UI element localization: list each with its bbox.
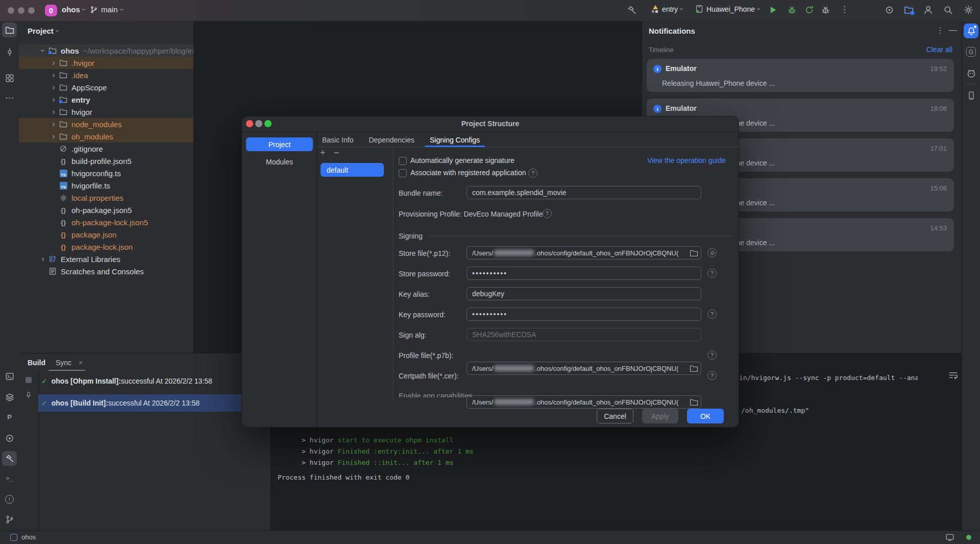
tab-basic-info[interactable]: Basic Info [321, 136, 354, 144]
stop-icon[interactable] [26, 377, 32, 383]
tree-row[interactable]: TS hvigorfile.ts [19, 179, 193, 192]
store-file-input[interactable]: /Users/.ohos/config/default_ohos_onFBNJO… [467, 246, 701, 259]
tree-row[interactable]: › .idea [19, 69, 193, 81]
close-tab-icon[interactable]: × [79, 359, 83, 367]
associate-application-checkbox[interactable] [399, 169, 407, 177]
key-password-input[interactable]: •••••••••• [467, 308, 701, 321]
status-project-name[interactable]: ohos [21, 533, 36, 541]
settings-gear-icon[interactable] [964, 5, 973, 15]
tree-row-ohos[interactable]: › ohos ~/workspace/happyphper/blog/examp… [19, 44, 193, 57]
minimize-panel-icon[interactable]: — [949, 26, 957, 35]
emulator-icon[interactable] [966, 68, 976, 79]
more-tools-icon[interactable]: ⋯ [2, 90, 17, 105]
build-tool-icon[interactable] [2, 451, 17, 466]
tree-row[interactable]: local.properties [19, 192, 193, 204]
signing-config-item-default[interactable]: default [321, 163, 384, 177]
tab-build[interactable]: Build [28, 359, 45, 367]
close-window-button[interactable] [8, 7, 14, 14]
add-config-button[interactable]: + [320, 148, 326, 158]
key-alias-input[interactable]: debugKey [467, 287, 701, 300]
tree-row[interactable]: › node_modules [19, 118, 193, 130]
module-status-icon [10, 534, 17, 541]
help-icon[interactable]: ? [707, 371, 717, 380]
tree-row[interactable]: › AppScope [19, 81, 193, 93]
clear-all-link[interactable]: Clear all [926, 45, 952, 54]
soft-wrap-icon[interactable] [948, 370, 958, 380]
tab-sync[interactable]: Sync × [56, 359, 83, 367]
browse-folder-icon[interactable] [690, 398, 698, 407]
restart-button[interactable] [804, 5, 814, 15]
dialog-nav-project[interactable]: Project [246, 137, 313, 151]
notification-card[interactable]: i Emulator 19:52 Releasing Huawei_Phone … [647, 59, 954, 92]
build-variants-tool-icon[interactable] [2, 390, 17, 405]
minimize-window-button[interactable] [18, 7, 24, 14]
more-actions-kebab-icon[interactable]: ⋮ [840, 4, 849, 15]
debug-button[interactable] [787, 5, 797, 15]
tab-signing-configs[interactable]: Signing Configs [429, 136, 481, 144]
services-tool-icon[interactable] [2, 369, 17, 384]
structure-tool-icon[interactable] [2, 70, 17, 85]
codegenie-icon[interactable]: G [966, 47, 976, 57]
help-icon[interactable]: ? [543, 209, 552, 218]
run-button[interactable] [768, 5, 778, 15]
run-configuration-selector[interactable]: entry › [651, 5, 683, 13]
problems-tool-icon[interactable]: ! [2, 492, 17, 507]
screencast-icon[interactable] [945, 533, 954, 542]
dialog-nav-modules[interactable]: Modules [242, 158, 317, 166]
run-tool-icon[interactable] [2, 431, 17, 445]
build-hammer-icon[interactable] [627, 5, 637, 15]
help-icon[interactable]: ? [707, 350, 717, 360]
store-password-input[interactable]: •••••••••• [467, 267, 701, 280]
tree-row[interactable]: › oh_modules [19, 130, 193, 143]
branch-selector[interactable]: main › [90, 5, 124, 14]
project-tool-icon[interactable] [2, 22, 17, 37]
tree-row[interactable]: {} package.json [19, 228, 193, 241]
remove-config-button[interactable]: − [334, 148, 339, 158]
tree-row[interactable]: .gitignore [19, 143, 193, 155]
project-view-selector[interactable]: Project › [28, 27, 59, 35]
project-view-icon[interactable] [904, 5, 914, 15]
help-icon[interactable]: ? [707, 269, 717, 278]
browse-folder-icon[interactable] [690, 364, 698, 373]
tree-row-entry[interactable]: › entry [19, 93, 193, 106]
bundle-name-input[interactable]: com.example.splendid_movie [467, 186, 701, 199]
help-icon[interactable]: ? [528, 169, 537, 178]
operation-guide-link[interactable]: View the operation guide [647, 156, 726, 164]
version-control-tool-icon[interactable] [2, 512, 17, 527]
tree-row[interactable]: TS hvigorconfig.ts [19, 167, 193, 179]
account-icon[interactable] [923, 5, 933, 15]
search-icon[interactable] [943, 5, 953, 15]
help-icon[interactable]: ? [707, 310, 717, 319]
device-manager-icon[interactable] [885, 5, 894, 15]
tree-row[interactable]: {} oh-package.json5 [19, 204, 193, 216]
device-icon [695, 5, 703, 13]
zoom-window-button[interactable] [28, 7, 35, 14]
commit-tool-icon[interactable] [2, 44, 17, 59]
attach-debugger-icon[interactable] [821, 5, 830, 15]
keystore-target-icon[interactable] [707, 248, 717, 257]
notifications-bell-icon[interactable] [964, 23, 978, 38]
terminal-tool-icon[interactable]: >_ [2, 471, 17, 486]
pin-icon[interactable] [24, 391, 33, 399]
tree-row-external-libraries[interactable]: › External Libraries [19, 253, 193, 265]
tree-row[interactable]: {} package-lock.json [19, 241, 193, 253]
auto-generate-signature-checkbox[interactable] [399, 157, 407, 165]
tree-row[interactable]: {} oh-package-lock.json5 [19, 216, 193, 228]
project-selector[interactable]: ohos › [62, 5, 86, 14]
build-message-row[interactable]: ✓ ohos [Ohpm Install]: successful At 202… [41, 375, 212, 387]
ok-button[interactable]: OK [687, 409, 724, 423]
tree-row[interactable]: › hvigor [19, 106, 193, 118]
profiler-tool-icon[interactable]: P [2, 410, 17, 424]
browse-folder-icon[interactable] [690, 249, 698, 257]
tab-dependencies[interactable]: Dependencies [368, 136, 415, 144]
device-phone-icon[interactable] [967, 91, 976, 100]
cancel-button[interactable]: Cancel [597, 409, 633, 423]
device-selector[interactable]: Huawei_Phone › [695, 5, 761, 13]
notifications-kebab-icon[interactable]: ⋮ [936, 26, 944, 35]
profile-file-input[interactable]: /Users/.ohos/config/default_ohos_onFBNJO… [467, 362, 701, 375]
apply-button[interactable]: Apply [642, 409, 678, 423]
build-message-row-selected[interactable]: ✓ ohos [Build Init]: successful At 2026/… [38, 394, 271, 412]
tree-row[interactable]: › .hvigor [19, 57, 193, 69]
tree-row[interactable]: {} build-profile.json5 [19, 155, 193, 167]
tree-row-scratches[interactable]: Scratches and Consoles [19, 265, 193, 277]
